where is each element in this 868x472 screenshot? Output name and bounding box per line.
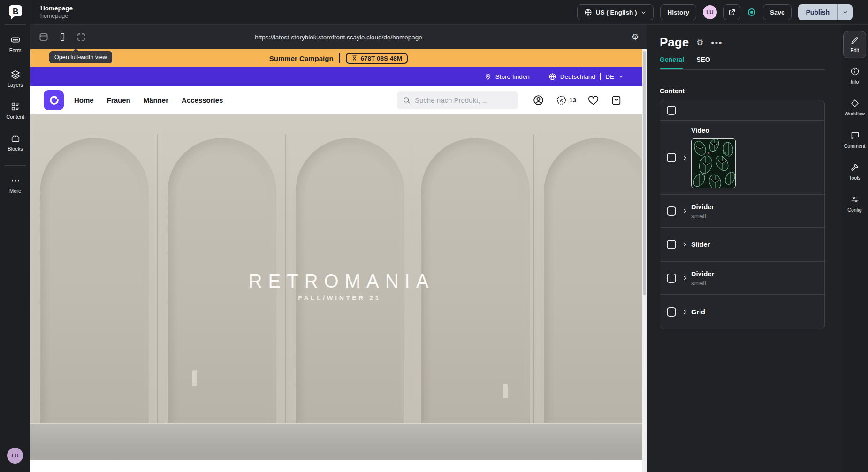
publish-split-button: Publish <box>798 4 853 20</box>
block-row-divider-1[interactable]: Divider small <box>660 194 824 227</box>
info-icon <box>850 67 860 76</box>
chevron-right-icon[interactable] <box>682 208 688 214</box>
block-row-grid[interactable]: Grid <box>660 294 824 329</box>
rail-item-tools[interactable]: Tools <box>841 163 868 181</box>
hero-floor <box>30 423 647 460</box>
external-link-icon <box>728 8 736 16</box>
language-selector[interactable]: US ( English ) <box>577 4 654 20</box>
block-title: Video <box>691 127 709 134</box>
history-button[interactable]: History <box>660 4 696 20</box>
store-finder-link[interactable]: Store finden <box>484 73 530 80</box>
rail-item-workflow[interactable]: Workflow <box>841 99 868 116</box>
product-search-input[interactable]: Suche nach Produkt, ... <box>397 91 518 109</box>
sidebar-item-blocks[interactable]: Blocks <box>0 133 30 152</box>
chevron-right-icon[interactable] <box>682 154 688 161</box>
hero-video-block[interactable]: RETROMANIA FALL/WINTER 21 <box>30 114 647 460</box>
sidebar-item-layers[interactable]: Layers <box>0 69 30 88</box>
nav-link-maenner[interactable]: Männer <box>144 96 168 104</box>
sidebar-item-content[interactable]: Content <box>0 101 30 120</box>
scrollbar-thumb[interactable] <box>643 51 646 295</box>
user-avatar[interactable]: LU <box>7 448 23 464</box>
storyblok-logo-icon[interactable]: B <box>8 4 23 20</box>
save-button[interactable]: Save <box>763 4 792 20</box>
campaign-banner-block[interactable]: Summer Campaign 678T 08S 48M <box>30 49 647 67</box>
row-checkbox[interactable] <box>667 153 676 162</box>
block-row-slider[interactable]: Slider <box>660 227 824 261</box>
rail-item-info[interactable]: Info <box>841 67 868 84</box>
account-icon[interactable] <box>533 94 544 106</box>
rail-item-config[interactable]: Config <box>841 195 868 213</box>
desktop-view-icon[interactable] <box>39 32 48 42</box>
sidebar-item-more[interactable]: More <box>0 175 30 194</box>
country-selector[interactable]: Deutschland DE <box>548 73 624 81</box>
nav-link-frauen[interactable]: Frauen <box>107 96 130 104</box>
comment-bubble-icon <box>850 131 860 140</box>
shopping-bag-icon[interactable] <box>610 94 622 106</box>
row-checkbox[interactable] <box>667 240 676 249</box>
block-more-icon[interactable]: ••• <box>711 38 723 47</box>
publish-button[interactable]: Publish <box>798 4 837 20</box>
rail-item-label: Config <box>847 207 861 213</box>
globe-icon <box>584 8 592 16</box>
block-row-video[interactable]: Video <box>660 120 824 194</box>
row-checkbox[interactable] <box>667 307 676 317</box>
hero-subtitle: FALL/WINTER 21 <box>30 294 647 302</box>
wishlist-heart-icon[interactable] <box>587 94 599 106</box>
chevron-right-icon[interactable] <box>682 309 688 315</box>
discount-badge-icon <box>556 94 567 106</box>
storyblok-app: B Form Layers Content Blocks More LU Hom… <box>0 0 868 472</box>
block-title: Grid <box>691 308 705 316</box>
page-body <box>30 460 647 472</box>
form-icon <box>10 35 21 45</box>
tab-seo[interactable]: SEO <box>696 56 710 68</box>
history-label: History <box>667 9 689 16</box>
block-title: Slider <box>691 241 710 248</box>
right-toolrail: Edit Info Workflow Comment Tools Config <box>841 25 868 472</box>
live-status-icon[interactable] <box>747 8 756 17</box>
tape-mark <box>503 384 508 398</box>
locale-bar-block: Store finden Deutschland DE <box>30 67 647 86</box>
select-all-checkbox[interactable] <box>667 106 676 115</box>
nav-link-accessories[interactable]: Accessories <box>182 96 223 104</box>
workflow-diamond-icon <box>850 99 860 108</box>
rail-item-label: Workflow <box>845 111 865 116</box>
rail-item-label: Info <box>851 79 859 84</box>
user-avatar[interactable]: LU <box>703 5 717 19</box>
publish-dropdown-button[interactable] <box>838 4 853 20</box>
divider <box>600 73 601 80</box>
nav-link-home[interactable]: Home <box>74 96 94 104</box>
rail-item-comment[interactable]: Comment <box>841 131 868 149</box>
rail-item-label: Edit <box>850 47 859 53</box>
mobile-view-icon[interactable] <box>58 32 67 42</box>
block-row-divider-2[interactable]: Divider small <box>660 261 824 294</box>
row-checkbox[interactable] <box>667 274 676 283</box>
topbar: Homepage homepage US ( English ) History… <box>30 0 868 25</box>
scayle-logo-icon[interactable] <box>44 90 64 110</box>
open-external-button[interactable] <box>723 4 740 20</box>
preview-toolbar: https://latest-storyblok.storefront.scay… <box>30 25 647 49</box>
rail-item-label: Tools <box>849 175 860 181</box>
row-checkbox[interactable] <box>667 206 676 216</box>
svg-text:B: B <box>13 7 18 16</box>
rail-item-edit[interactable]: Edit <box>843 31 866 58</box>
deals-count: 13 <box>569 97 576 104</box>
blocks-icon <box>10 133 21 144</box>
pencil-icon <box>850 36 859 45</box>
language-code: DE <box>605 73 614 80</box>
chevron-right-icon[interactable] <box>682 241 688 248</box>
preview-url[interactable]: https://latest-storyblok.storefront.scay… <box>255 34 422 41</box>
preview-settings-icon[interactable]: ⚙ <box>632 33 639 41</box>
language-label: US ( English ) <box>596 9 637 16</box>
tab-general[interactable]: General <box>660 56 684 68</box>
block-settings-icon[interactable]: ⚙ <box>696 38 703 46</box>
sidebar-item-form[interactable]: Form <box>0 35 30 53</box>
divider <box>5 165 26 166</box>
search-placeholder: Suche nach Produkt, ... <box>415 96 488 104</box>
rail-item-label: Comment <box>844 143 866 149</box>
fullscreen-icon[interactable] <box>76 32 86 42</box>
block-settings-panel: Page ⚙ ••• General SEO Content Video <box>647 25 841 472</box>
chevron-right-icon[interactable] <box>682 275 688 282</box>
store-finder-label: Store finden <box>495 73 530 80</box>
preview-scrollbar <box>642 49 647 472</box>
deals-counter[interactable]: 13 <box>556 94 576 106</box>
